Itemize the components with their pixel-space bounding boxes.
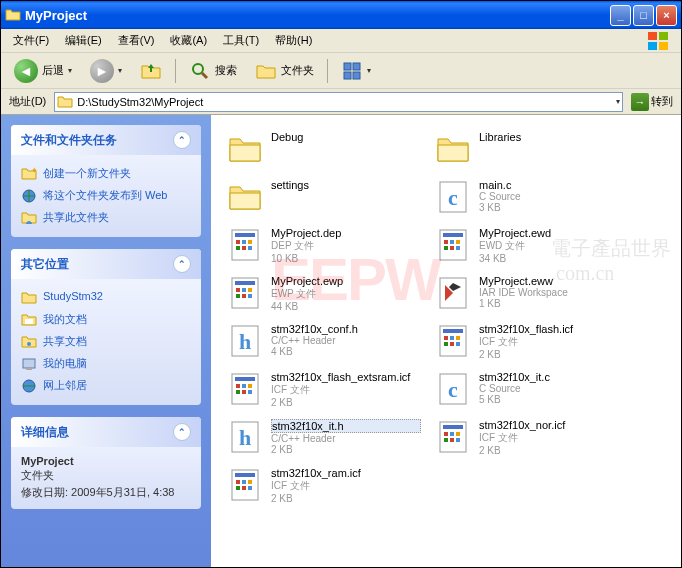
file-pane[interactable]: EEPW 電子產品世界.com.cn DebugLibrariessetting… bbox=[211, 115, 681, 567]
address-label: 地址(D) bbox=[5, 94, 50, 109]
forward-button[interactable]: ► ▾ bbox=[83, 56, 129, 86]
folders-button[interactable]: 文件夹 bbox=[248, 57, 321, 85]
place-label: StudyStm32 bbox=[43, 290, 103, 302]
file-icon bbox=[225, 369, 265, 409]
place-item[interactable]: 我的文档 bbox=[21, 309, 191, 331]
file-size: 2 KB bbox=[479, 349, 629, 360]
svg-rect-42 bbox=[248, 294, 252, 298]
svg-line-5 bbox=[202, 73, 207, 78]
sidebar: 文件和文件夹任务 ⌃ ✦ 创建一个新文件夹 将这个文件夹发布到 Web 共享此文… bbox=[1, 115, 211, 567]
file-item[interactable]: Libraries bbox=[431, 127, 631, 171]
search-button[interactable]: 搜索 bbox=[182, 57, 244, 85]
go-button[interactable]: → 转到 bbox=[627, 93, 677, 111]
close-button[interactable]: × bbox=[656, 5, 677, 26]
svg-rect-21 bbox=[236, 240, 240, 244]
svg-rect-80 bbox=[242, 486, 246, 490]
file-size: 2 KB bbox=[271, 493, 421, 504]
file-item[interactable]: settings bbox=[223, 175, 423, 219]
file-size: 3 KB bbox=[479, 202, 629, 213]
svg-rect-71 bbox=[444, 438, 448, 442]
file-item[interactable]: cmain.cC Source3 KB bbox=[431, 175, 631, 219]
svg-rect-32 bbox=[444, 246, 448, 250]
file-item[interactable]: MyProject.ewwIAR IDE Workspace1 KB bbox=[431, 271, 631, 315]
views-button[interactable]: ▾ bbox=[334, 57, 378, 85]
svg-rect-50 bbox=[456, 336, 460, 340]
file-size: 2 KB bbox=[271, 397, 421, 408]
toolbar-separator bbox=[175, 59, 176, 83]
svg-point-4 bbox=[193, 64, 203, 74]
task-publish-web[interactable]: 将这个文件夹发布到 Web bbox=[21, 185, 191, 207]
svg-rect-55 bbox=[235, 377, 255, 381]
place-item[interactable]: StudyStm32 bbox=[21, 287, 191, 309]
file-item[interactable]: stm32f10x_flash_extsram.icfICF 文件2 KB bbox=[223, 367, 423, 411]
svg-rect-9 bbox=[353, 72, 360, 79]
task-new-folder[interactable]: ✦ 创建一个新文件夹 bbox=[21, 163, 191, 185]
menu-tools[interactable]: 工具(T) bbox=[215, 31, 267, 50]
menu-view[interactable]: 查看(V) bbox=[110, 31, 163, 50]
file-item[interactable]: stm32f10x_ram.icfICF 文件2 KB bbox=[223, 463, 423, 507]
file-item[interactable]: hstm32f10x_it.hC/C++ Header2 KB bbox=[223, 415, 423, 459]
file-item[interactable]: MyProject.ewpEWP 文件44 KB bbox=[223, 271, 423, 315]
tasks-panel-header[interactable]: 文件和文件夹任务 ⌃ bbox=[11, 125, 201, 155]
file-item[interactable]: cstm32f10x_it.cC Source5 KB bbox=[431, 367, 631, 411]
menu-help[interactable]: 帮助(H) bbox=[267, 31, 320, 50]
file-name: MyProject.dep bbox=[271, 227, 421, 239]
svg-rect-47 bbox=[443, 329, 463, 333]
file-icon bbox=[225, 465, 265, 505]
address-input-wrap[interactable]: ▾ bbox=[54, 92, 623, 112]
place-label: 我的电脑 bbox=[43, 356, 87, 371]
back-button[interactable]: ◄ 后退 ▾ bbox=[7, 56, 79, 86]
collapse-icon[interactable]: ⌃ bbox=[173, 423, 191, 441]
place-label: 我的文档 bbox=[43, 312, 87, 327]
svg-rect-28 bbox=[443, 233, 463, 237]
svg-rect-70 bbox=[456, 432, 460, 436]
details-panel-header[interactable]: 详细信息 ⌃ bbox=[11, 417, 201, 447]
share-icon bbox=[21, 210, 37, 226]
menu-favorites[interactable]: 收藏(A) bbox=[162, 31, 215, 50]
file-size: 44 KB bbox=[271, 301, 421, 312]
places-panel-header[interactable]: 其它位置 ⌃ bbox=[11, 249, 201, 279]
file-size: 4 KB bbox=[271, 346, 421, 357]
up-button[interactable] bbox=[133, 57, 169, 85]
collapse-icon[interactable]: ⌃ bbox=[173, 255, 191, 273]
file-type: C/C++ Header bbox=[271, 433, 421, 444]
file-item[interactable]: MyProject.depDEP 文件10 KB bbox=[223, 223, 423, 267]
views-icon bbox=[341, 60, 363, 82]
place-item[interactable]: 共享文档 bbox=[21, 331, 191, 353]
tasks-title: 文件和文件夹任务 bbox=[21, 132, 117, 149]
file-item[interactable]: stm32f10x_flash.icfICF 文件2 KB bbox=[431, 319, 631, 363]
file-item[interactable]: stm32f10x_nor.icfICF 文件2 KB bbox=[431, 415, 631, 459]
file-name: stm32f10x_flash.icf bbox=[479, 323, 629, 335]
svg-rect-58 bbox=[248, 384, 252, 388]
toolbar-separator bbox=[327, 59, 328, 83]
place-item[interactable]: 我的电脑 bbox=[21, 353, 191, 375]
place-item[interactable]: 网上邻居 bbox=[21, 375, 191, 397]
menu-file[interactable]: 文件(F) bbox=[5, 31, 57, 50]
file-name: MyProject.ewp bbox=[271, 275, 421, 287]
task-label: 将这个文件夹发布到 Web bbox=[43, 188, 167, 203]
title-bar: MyProject _ □ × bbox=[1, 1, 681, 29]
minimize-button[interactable]: _ bbox=[610, 5, 631, 26]
file-item[interactable]: hstm32f10x_conf.hC/C++ Header4 KB bbox=[223, 319, 423, 363]
file-icon bbox=[225, 225, 265, 265]
svg-rect-61 bbox=[248, 390, 252, 394]
task-share-folder[interactable]: 共享此文件夹 bbox=[21, 207, 191, 229]
file-size: 1 KB bbox=[479, 298, 629, 309]
file-item[interactable]: MyProject.ewdEWD 文件34 KB bbox=[431, 223, 631, 267]
file-icon bbox=[433, 273, 473, 313]
collapse-icon[interactable]: ⌃ bbox=[173, 131, 191, 149]
file-icon: c bbox=[433, 369, 473, 409]
address-input[interactable] bbox=[77, 96, 616, 108]
svg-rect-41 bbox=[242, 294, 246, 298]
menu-edit[interactable]: 编辑(E) bbox=[57, 31, 110, 50]
svg-rect-49 bbox=[450, 336, 454, 340]
file-name: MyProject.ewd bbox=[479, 227, 629, 239]
maximize-button[interactable]: □ bbox=[633, 5, 654, 26]
windows-logo-icon bbox=[641, 30, 677, 52]
file-icon bbox=[225, 273, 265, 313]
file-name: stm32f10x_it.c bbox=[479, 371, 629, 383]
file-item[interactable]: Debug bbox=[223, 127, 423, 171]
file-name: Debug bbox=[271, 131, 421, 143]
svg-rect-20 bbox=[235, 233, 255, 237]
chevron-down-icon[interactable]: ▾ bbox=[616, 97, 620, 106]
